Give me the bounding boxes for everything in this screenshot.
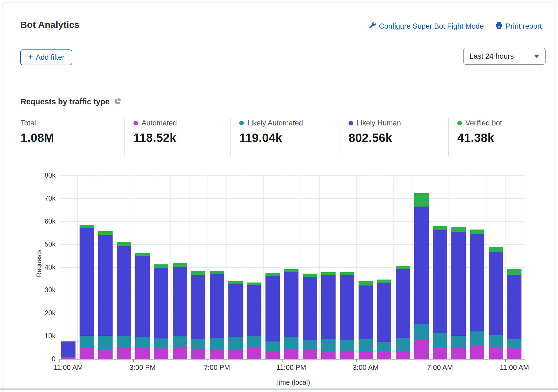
gridline-v [356, 176, 357, 359]
gridline-v [449, 176, 449, 359]
y-tick-label: 0 [37, 355, 55, 363]
y-tick-label: 60k [37, 217, 55, 225]
bar-600pm[interactable] [191, 271, 205, 359]
segment-verified-bot [80, 225, 94, 228]
time-range-select[interactable]: Last 24 hours [463, 48, 546, 65]
gridline-h [60, 198, 525, 199]
bar-1200am[interactable] [303, 274, 317, 359]
segment-likely-human [284, 272, 298, 337]
segment-likely-human [321, 275, 336, 339]
y-tick-label: 10k [37, 332, 55, 340]
segment-verified-bot [228, 281, 243, 284]
segment-automated [247, 347, 261, 359]
bar-200am[interactable] [340, 272, 354, 360]
segment-verified-bot [507, 269, 521, 275]
gridline-v [412, 176, 412, 359]
gridline-v [487, 176, 487, 359]
segment-likely-human [228, 284, 243, 337]
y-tick-label: 40k [37, 263, 55, 271]
segment-likely-automated [507, 339, 521, 348]
y-tick-label: 20k [37, 309, 55, 317]
gridline-v [301, 176, 301, 359]
segment-automated [284, 349, 298, 359]
plus-icon: + [28, 52, 33, 62]
bar-1000am[interactable] [489, 247, 503, 359]
segment-verified-bot [98, 231, 113, 235]
segment-verified-bot [61, 341, 76, 342]
segment-likely-human [359, 285, 373, 339]
stat-likely-automated-label: Likely Automated [247, 119, 303, 127]
segment-verified-bot [396, 266, 410, 269]
gridline-v [152, 176, 152, 359]
segment-likely-automated [228, 337, 243, 350]
bar-1100am[interactable] [507, 269, 521, 359]
bar-1100pm[interactable] [284, 269, 298, 359]
bar-1200pm[interactable] [80, 225, 94, 359]
x-tick-label: 11:00 PM [270, 363, 313, 372]
segment-likely-automated [433, 333, 447, 347]
page-title: Bot Analytics [20, 19, 80, 30]
bar-300am[interactable] [359, 281, 373, 359]
bar-500pm[interactable] [173, 263, 187, 360]
segment-likely-automated [359, 339, 373, 351]
gridline-v [338, 176, 338, 359]
bar-700am[interactable] [433, 226, 447, 359]
configure-super-bot-fight-mode-link[interactable]: Configure Super Bot Fight Mode [369, 22, 484, 31]
add-filter-button[interactable]: + Add filter [20, 49, 72, 65]
bar-800pm[interactable] [228, 281, 243, 359]
x-tick-label: 7:00 AM [418, 363, 462, 372]
y-tick-label: 70k [37, 194, 55, 202]
segment-likely-automated [414, 324, 429, 340]
configure-link-label: Configure Super Bot Fight Mode [379, 22, 484, 31]
x-tick [59, 359, 60, 362]
segment-likely-automated [61, 357, 76, 358]
requests-stacked-bar-chart: 11:00 AM3:00 PM7:00 PM11:00 PM3:00 AM7:0… [60, 176, 525, 359]
bar-900am[interactable] [470, 230, 484, 359]
segment-likely-human [98, 235, 113, 336]
bar-200pm[interactable] [117, 242, 131, 359]
segment-likely-automated [117, 336, 131, 348]
segment-likely-automated [154, 338, 168, 348]
segment-likely-human [377, 283, 391, 341]
bar-500am[interactable] [396, 266, 410, 359]
print-report-link[interactable]: Print report [495, 22, 542, 31]
segment-likely-automated [303, 340, 317, 350]
bottom-divider [0, 388, 558, 390]
bar-600am[interactable] [414, 193, 429, 360]
gridline-v [524, 176, 524, 359]
segment-verified-bot [433, 226, 447, 230]
bar-1000pm[interactable] [265, 273, 280, 359]
bar-1100am[interactable] [61, 341, 76, 359]
bar-100pm[interactable] [98, 231, 113, 360]
segment-likely-human [247, 285, 261, 336]
bar-900pm[interactable] [247, 283, 261, 359]
bar-400pm[interactable] [154, 264, 168, 359]
segment-likely-automated [340, 340, 354, 351]
bar-800am[interactable] [451, 227, 466, 359]
segment-verified-bot [359, 281, 373, 285]
y-tick-label: 50k [37, 240, 55, 248]
segment-likely-human [489, 252, 503, 335]
x-tick-label: 11:00 AM [493, 363, 536, 372]
bar-700pm[interactable] [210, 271, 224, 360]
stat-divider [230, 118, 231, 156]
segment-automated [191, 350, 205, 359]
segment-automated [173, 348, 187, 359]
segment-verified-bot [321, 272, 336, 275]
stat-automated: Automated 118.52k [133, 119, 177, 145]
x-tick [505, 359, 506, 362]
gridline-v [319, 176, 320, 359]
likely-human-legend-dot [349, 121, 353, 125]
bar-400am[interactable] [377, 280, 391, 359]
x-tick [282, 359, 283, 362]
segment-likely-automated [80, 336, 94, 347]
segment-likely-automated [210, 338, 224, 349]
stat-total-value: 1.08M [21, 131, 54, 145]
segment-likely-human [210, 274, 224, 338]
gridline-v [226, 176, 227, 359]
segment-likely-human [470, 234, 484, 331]
segment-likely-human [396, 269, 410, 338]
bar-300pm[interactable] [135, 253, 150, 359]
bar-100am[interactable] [321, 272, 336, 360]
segment-automated [507, 348, 521, 359]
